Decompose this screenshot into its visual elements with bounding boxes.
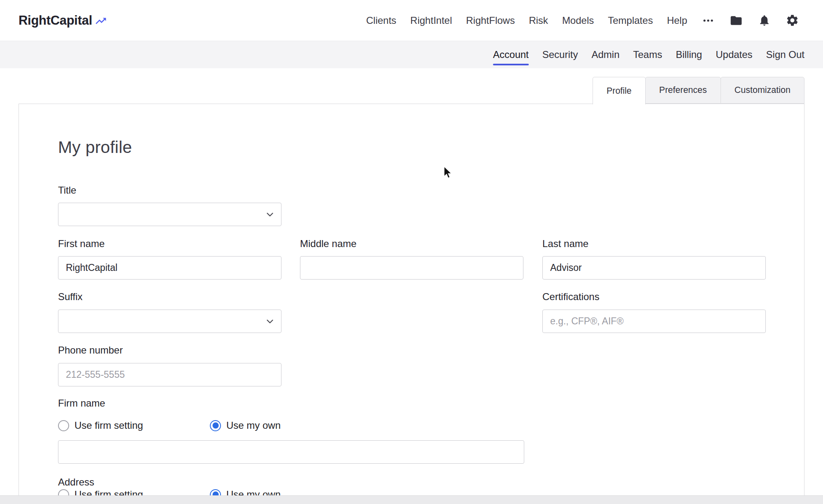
tab-preferences[interactable]: Preferences <box>645 77 721 104</box>
subnav-security[interactable]: Security <box>542 41 578 68</box>
address-label: Address <box>58 476 94 488</box>
chevron-down-icon <box>265 209 275 220</box>
first-name-input[interactable] <box>58 256 281 280</box>
subnav-account[interactable]: Account <box>493 41 529 68</box>
title-label: Title <box>58 185 76 196</box>
phone-input[interactable] <box>58 363 281 386</box>
more-ellipsis-icon[interactable] <box>701 14 715 28</box>
nav-help[interactable]: Help <box>667 15 687 26</box>
nav-rightflows[interactable]: RightFlows <box>466 15 515 26</box>
nav-risk[interactable]: Risk <box>529 15 548 26</box>
radio-unchecked-icon <box>58 420 69 431</box>
nav-rightintel[interactable]: RightIntel <box>410 15 452 26</box>
tab-profile[interactable]: Profile <box>593 77 646 104</box>
chevron-down-icon <box>265 316 275 327</box>
subnav-admin[interactable]: Admin <box>591 41 619 68</box>
certifications-input[interactable] <box>542 310 766 333</box>
profile-tab-strip: Profile Preferences Customization <box>593 77 804 104</box>
certifications-label: Certifications <box>542 291 600 303</box>
folder-icon[interactable] <box>729 14 743 28</box>
profile-card: My profile Title First name Middle name … <box>19 104 804 504</box>
subnav-billing[interactable]: Billing <box>676 41 702 68</box>
firm-name-label: Firm name <box>58 398 105 409</box>
last-name-label: Last name <box>542 238 588 250</box>
first-name-label: First name <box>58 238 105 250</box>
radio-label: Use my own <box>226 420 281 431</box>
primary-nav: Clients RightIntel RightFlows Risk Model… <box>366 14 799 28</box>
horizontal-scrollbar[interactable] <box>0 495 823 504</box>
firm-use-my-own-radio[interactable]: Use my own <box>210 420 281 431</box>
settings-nav-bar: Account Security Admin Teams Billing Upd… <box>0 41 823 68</box>
suffix-select[interactable] <box>58 310 281 333</box>
last-name-input[interactable] <box>542 256 766 280</box>
nav-models[interactable]: Models <box>562 15 594 26</box>
logo[interactable]: RightCapital <box>19 13 108 28</box>
subnav-teams[interactable]: Teams <box>633 41 663 68</box>
firm-use-firm-setting-radio[interactable]: Use firm setting <box>58 420 143 431</box>
nav-templates[interactable]: Templates <box>608 15 653 26</box>
gear-icon[interactable] <box>785 14 799 28</box>
firm-name-input[interactable] <box>58 440 524 464</box>
subnav-sign-out[interactable]: Sign Out <box>766 41 804 68</box>
top-header-bar: RightCapital Clients RightIntel RightFlo… <box>0 0 823 41</box>
logo-text: RightCapital <box>19 13 92 28</box>
subnav-updates[interactable]: Updates <box>716 41 752 68</box>
radio-checked-icon <box>210 420 221 431</box>
suffix-label: Suffix <box>58 291 83 303</box>
tab-customization[interactable]: Customization <box>721 77 804 104</box>
page-title: My profile <box>58 138 132 157</box>
middle-name-input[interactable] <box>300 256 523 280</box>
logo-trend-icon <box>93 15 108 27</box>
phone-label: Phone number <box>58 344 123 356</box>
nav-clients[interactable]: Clients <box>366 15 396 26</box>
radio-label: Use firm setting <box>74 420 143 431</box>
title-select[interactable] <box>58 203 281 226</box>
middle-name-label: Middle name <box>300 238 356 250</box>
bell-icon[interactable] <box>757 14 771 28</box>
